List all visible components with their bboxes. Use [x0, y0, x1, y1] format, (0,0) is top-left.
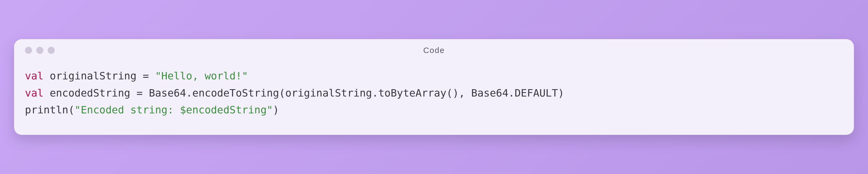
code-line: val originalString = "Hello, world!" [25, 70, 248, 82]
code-token: val [25, 70, 43, 82]
code-token: originalString [43, 70, 143, 82]
close-icon[interactable] [25, 47, 32, 54]
code-token: Base64 [149, 87, 186, 99]
code-token: val [25, 87, 43, 99]
minimize-icon[interactable] [36, 47, 43, 54]
code-token: . [372, 87, 378, 99]
titlebar: Code [14, 39, 854, 59]
code-token: ( [68, 104, 74, 116]
code-token: $encodedString [180, 104, 267, 116]
code-token: = [136, 87, 149, 99]
code-token: ) [273, 104, 279, 116]
code-token: println [25, 104, 68, 116]
traffic-lights [25, 47, 55, 54]
code-token: "Hello, world!" [155, 70, 248, 82]
maximize-icon[interactable] [48, 47, 55, 54]
window-title: Code [423, 46, 445, 55]
code-token: (), [446, 87, 471, 99]
code-token: encodeToString [192, 87, 279, 99]
code-token: DEFAULT [515, 87, 558, 99]
code-token: " [267, 104, 273, 116]
code-token: . [186, 87, 192, 99]
code-area[interactable]: val originalString = "Hello, world!" val… [14, 59, 854, 135]
code-token: encodedString [43, 87, 136, 99]
code-token: originalString [285, 87, 372, 99]
code-token: "Encoded string: [74, 104, 180, 116]
code-line: println("Encoded string: $encodedString"… [25, 104, 279, 116]
code-line: val encodedString = Base64.encodeToStrin… [25, 87, 564, 99]
code-token: ( [279, 87, 285, 99]
code-token: . [508, 87, 515, 99]
code-token: = [143, 70, 155, 82]
code-token: ) [558, 87, 564, 99]
code-token: Base64 [471, 87, 508, 99]
code-window: Code val originalString = "Hello, world!… [14, 39, 854, 135]
code-token: toByteArray [378, 87, 446, 99]
